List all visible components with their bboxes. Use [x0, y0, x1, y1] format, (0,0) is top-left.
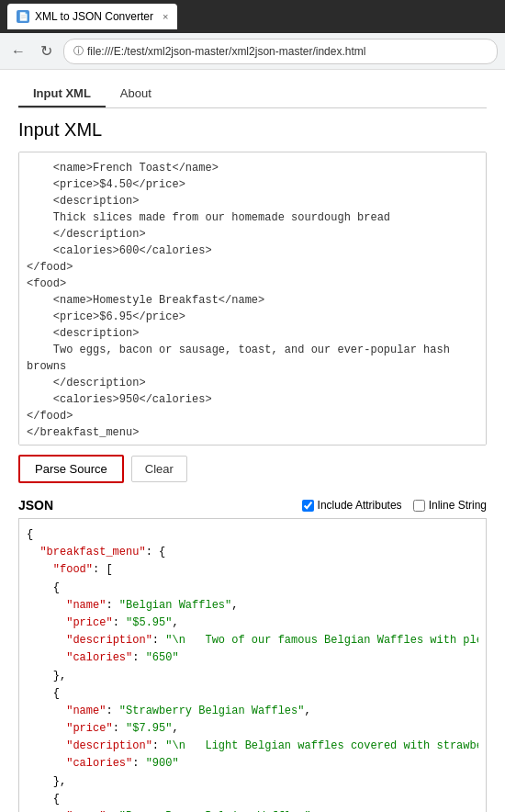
json-output: { "breakfast_menu": { "food": [ { "name"…: [18, 518, 487, 812]
lock-icon: ⓘ: [73, 44, 84, 58]
json-line: {: [27, 580, 478, 597]
include-attributes-checkbox[interactable]: [302, 500, 314, 512]
json-line: "calories": "900": [27, 755, 478, 773]
include-attributes-option[interactable]: Include Attributes: [302, 499, 402, 512]
tabs: Input XML About: [18, 81, 487, 108]
inline-string-checkbox[interactable]: [413, 500, 425, 512]
url-text: file:///E:/test/xml2json-master/xml2json…: [87, 45, 365, 58]
json-line: "breakfast_menu": {: [27, 544, 478, 561]
nav-back-button[interactable]: ←: [7, 41, 29, 62]
json-line: {: [27, 526, 478, 544]
clear-button[interactable]: Clear: [131, 456, 187, 482]
json-line: },: [27, 773, 478, 791]
json-line: "name": "Strawberry Belgian Waffles",: [27, 703, 478, 720]
inline-string-label: Inline String: [429, 499, 487, 512]
json-line: "name": "Berry-Berry Belgian Waffles",: [27, 808, 478, 812]
tab-title: XML to JSON Converter: [35, 10, 153, 23]
json-line: },: [27, 668, 478, 685]
page-content: Input XML About Input XML <name>French T…: [0, 70, 505, 812]
url-bar[interactable]: ⓘ file:///E:/test/xml2json-master/xml2js…: [63, 39, 498, 64]
tab-about[interactable]: About: [106, 81, 166, 107]
json-line: "description": "\n Light Belgian waffles…: [27, 738, 478, 755]
json-section-label: JSON: [18, 498, 53, 513]
inline-string-option[interactable]: Inline String: [413, 499, 487, 512]
json-options: Include Attributes Inline String: [302, 499, 487, 512]
xml-textarea-container: <name>French Toast</name> <price>$4.50</…: [18, 152, 487, 445]
xml-input[interactable]: <name>French Toast</name> <price>$4.50</…: [19, 152, 486, 445]
json-line: "price": "$7.95",: [27, 720, 478, 738]
parse-source-button[interactable]: Parse Source: [18, 455, 124, 483]
tab-input-xml[interactable]: Input XML: [18, 81, 106, 107]
json-line: "description": "\n Two of our famous Bel…: [27, 632, 478, 649]
page-title: Input XML: [18, 119, 487, 141]
tab-favicon: 📄: [17, 10, 29, 23]
include-attributes-label: Include Attributes: [318, 499, 402, 512]
json-line: {: [27, 685, 478, 703]
address-bar: ← ↻ ⓘ file:///E:/test/xml2json-master/xm…: [0, 33, 505, 70]
json-line: "price": "$5.95",: [27, 615, 478, 632]
browser-chrome: 📄 XML to JSON Converter ×: [0, 0, 505, 33]
button-row: Parse Source Clear: [18, 455, 487, 483]
json-header: JSON Include Attributes Inline String: [18, 498, 487, 513]
json-line: {: [27, 791, 478, 808]
tab-close-button[interactable]: ×: [163, 11, 168, 22]
json-line: "name": "Belgian Waffles",: [27, 597, 478, 615]
json-line: "food": [: [27, 561, 478, 579]
nav-refresh-button[interactable]: ↻: [37, 40, 56, 62]
json-line: "calories": "650": [27, 649, 478, 667]
browser-tab[interactable]: 📄 XML to JSON Converter ×: [7, 4, 177, 29]
